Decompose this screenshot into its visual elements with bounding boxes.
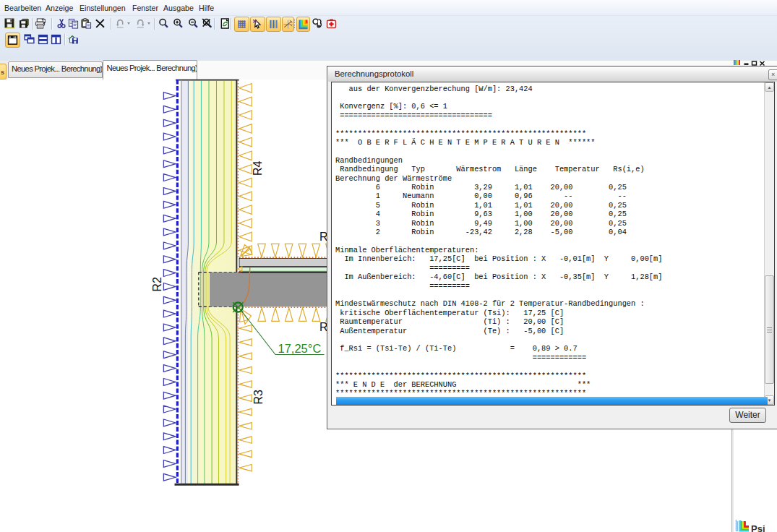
svg-text:Psi: Psi: [751, 523, 765, 532]
svg-text:R2: R2: [151, 277, 163, 292]
svg-text:R3: R3: [252, 390, 265, 405]
svg-text:17,25°C: 17,25°C: [278, 342, 322, 355]
svg-text:R4: R4: [252, 160, 264, 176]
